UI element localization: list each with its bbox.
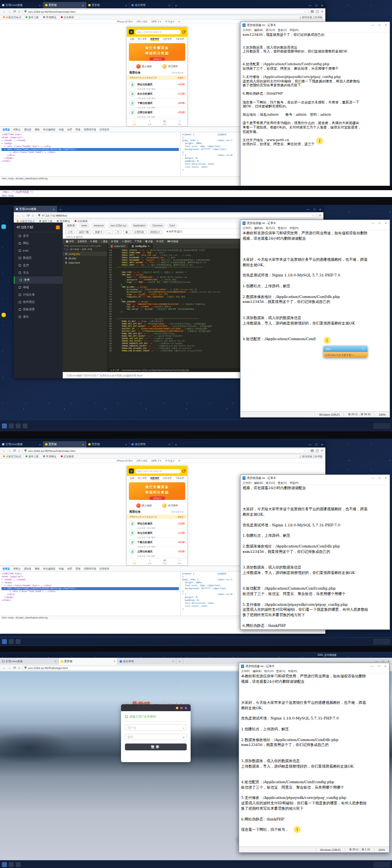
close-button[interactable]: × <box>321 4 323 7</box>
baota-menu-item[interactable]: 监控 <box>14 262 63 269</box>
category-tab[interactable]: 下载专区 <box>175 477 184 479</box>
notepad-title-bar[interactable]: 悬赏猫搭建.txt - 记事本 —□× <box>241 475 390 481</box>
taskbar-app-icon[interactable] <box>16 639 21 644</box>
tab-xsm-home[interactable]: 悬赏猫× <box>43 2 86 8</box>
baota-menu-item[interactable]: 首页 <box>14 232 63 240</box>
bookmark-item[interactable]: 新手上路 <box>25 455 39 458</box>
editor-toolbar-button[interactable]: ⌕ 搜索 <box>101 240 108 243</box>
tab-close-icon[interactable]: × <box>125 4 127 7</box>
devtools-tab[interactable]: 存储 <box>75 567 80 570</box>
maximize-button[interactable]: □ <box>379 476 381 479</box>
url-bar[interactable]: 47.115.7.62:8888/files☆ <box>36 213 317 218</box>
bookmark-item[interactable]: 火狐官方站点 <box>3 16 21 19</box>
back-icon[interactable]: ← <box>16 214 20 217</box>
tab-close-icon[interactable]: × <box>82 4 84 7</box>
baota-menu-item[interactable]: FTP <box>14 247 63 254</box>
reload-icon[interactable]: ⟳ <box>13 449 16 453</box>
devtools-tab[interactable]: 无障碍环境 <box>84 128 96 131</box>
editor-toolbar-button[interactable]: ⇄ 替换 <box>111 240 119 243</box>
baota-menu-item[interactable]: 退出 <box>14 313 63 321</box>
file-item[interactable]: db.php <box>63 256 107 260</box>
devtools-tab[interactable]: 应用程序 <box>99 567 109 570</box>
tab-close-icon[interactable]: × <box>53 208 54 211</box>
url-bar[interactable]: xsm.123ol.xyz:81/Home/Index/index.html☆ <box>22 9 309 14</box>
close-button[interactable]: × <box>385 476 387 479</box>
search-input[interactable]: 请输入关键字进行搜索任务 <box>135 30 181 34</box>
bookmark-item[interactable]: 京东商城 <box>61 16 74 19</box>
devtools-tab[interactable]: 应用程序 <box>99 128 109 131</box>
devtools-tab[interactable]: 控制台 <box>13 128 21 131</box>
tab-admin[interactable]: 后台管理× <box>129 2 172 8</box>
notepad-menu-bar[interactable]: 文件(F) 编辑(E) 格式(O) 查看(V) 帮助(H) <box>241 226 390 230</box>
notepad-text[interactable]: 视频，请在观看24小时内删除谢谢配合 大家好，今天给大家带来这个悬赏猫任务平台的… <box>241 485 390 629</box>
close-button[interactable]: × <box>321 443 323 446</box>
category-tab[interactable]: 点赞专区 <box>163 38 172 40</box>
breadcrumb-segment[interactable]: Common <box>150 223 165 228</box>
quick-entry[interactable]: 新人福利 <box>136 503 152 508</box>
editor-toolbar-button[interactable]: ⌨ 快捷键 <box>167 240 178 243</box>
breadcrumb-segment[interactable]: 根目录 <box>65 223 77 228</box>
desktop-shortcut-icon[interactable] <box>1 224 6 229</box>
tab-close-icon[interactable]: × <box>82 443 84 446</box>
home-icon[interactable]: ⌂ <box>18 666 20 670</box>
password-input[interactable] <box>127 736 181 739</box>
devtools-tab[interactable]: 内存 <box>67 128 72 131</box>
devtools-tab[interactable]: 内存 <box>67 567 72 570</box>
devtools-tab[interactable]: 控制台 <box>13 567 21 570</box>
taskbar-clock[interactable] <box>373 639 390 645</box>
taskbar-app-icon[interactable] <box>9 639 14 644</box>
notepad-text[interactable]: 本教程和资源仅供学习和研究使用，严禁进行商业用途，如有侵权请告知删除 视频，请在… <box>241 230 390 411</box>
nav-item[interactable]: ☆任务 <box>142 119 157 126</box>
devtools-tab[interactable]: 查看器 <box>2 128 10 131</box>
publish-link[interactable]: 去发布 › <box>177 516 185 518</box>
editor-toolbar-button[interactable]: ⚙ 设置 <box>156 240 164 243</box>
devtools-tab[interactable]: 调试器 <box>24 567 31 570</box>
sidebar-icon[interactable]: ◫ <box>316 10 319 14</box>
library-icon[interactable]: ▤ <box>311 10 314 14</box>
tab-close-icon[interactable]: × <box>39 443 41 446</box>
home-icon[interactable]: ⌂ <box>18 10 20 13</box>
devtools-tab[interactable]: 性能 <box>59 567 64 570</box>
toolbar-button[interactable]: 远程下载 <box>76 230 91 234</box>
taskbar-clock[interactable] <box>373 862 390 868</box>
start-button[interactable] <box>2 423 7 428</box>
device-selector[interactable]: iPhone 6/7/8 ▾ <box>117 459 133 462</box>
devtools-tab[interactable]: 样式编辑器 <box>43 128 55 131</box>
close-button[interactable]: × <box>385 24 387 26</box>
menu-icon[interactable]: ≡ <box>321 449 323 452</box>
forward-icon[interactable]: → <box>22 214 25 217</box>
forward-icon[interactable]: → <box>8 666 11 670</box>
bookmark-star-icon[interactable]: ☆ <box>312 214 315 217</box>
devtools-tab[interactable]: 存储 <box>75 128 80 131</box>
tab-xsm-home[interactable]: 悬赏猫× <box>43 441 86 447</box>
editor-toolbar-button[interactable]: ▣ 主题 <box>145 240 153 243</box>
bookmark-star-icon[interactable]: ☆ <box>303 449 306 452</box>
viewport-size[interactable]: 375 × 812 <box>136 459 147 462</box>
tab-admin[interactable]: 后台管理× <box>129 441 172 447</box>
dpr-selector[interactable]: DPR: 2 ▾ <box>151 459 161 462</box>
devtools-tab[interactable]: 性能 <box>59 128 64 131</box>
forward-icon[interactable]: → <box>8 449 11 452</box>
devtools-tab[interactable]: 无障碍环境 <box>84 567 96 570</box>
baota-menu-item[interactable]: 网站 <box>14 240 63 247</box>
banner-button[interactable]: 立即参与 <box>149 496 165 500</box>
bookmark-item[interactable]: 常用网址 <box>43 455 56 458</box>
bookmark-item[interactable]: 火狐官方站点 <box>3 455 21 458</box>
forward-icon[interactable]: → <box>8 10 11 13</box>
mobile-bookmarks-folder[interactable]: ▯移动设备上的书签 <box>300 455 322 458</box>
baota-menu-item[interactable]: 计划任务 <box>14 291 63 298</box>
url-bar[interactable]: xsm.123ol.xyz:81/Home/Index/index.html☆ <box>22 448 309 453</box>
notepad-title-bar[interactable]: 悬赏猫搭建.txt - 记事本 —□× <box>239 663 389 669</box>
nav-item[interactable]: ⌂首页 <box>127 119 142 126</box>
back-icon[interactable]: ← <box>2 449 6 452</box>
maximize-button[interactable]: □ <box>378 665 380 668</box>
promo-banner[interactable]: 做任务赚赏金 再送积分奖励 立即参与 <box>129 43 185 61</box>
category-tab[interactable]: 转发专区 <box>150 477 159 479</box>
root-disk-label[interactable]: ■ 根目录(盘C) <box>167 230 183 233</box>
toolbar-button[interactable]: 回收站 ▾ <box>148 230 162 234</box>
maximize-button[interactable]: □ <box>379 222 381 224</box>
desktop-shortcut-icon[interactable] <box>1 313 6 317</box>
tab-baota-panel[interactable]: 宝塔Linux面板× <box>0 2 43 8</box>
new-tab-button[interactable]: + <box>57 206 64 212</box>
breadcrumb-segment[interactable]: www <box>79 223 89 228</box>
